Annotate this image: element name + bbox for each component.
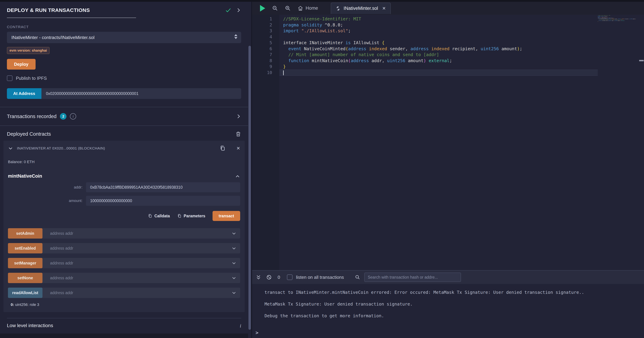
panel-scrollbar[interactable] bbox=[248, 2, 251, 338]
panel-scrollbar-handle[interactable] bbox=[248, 46, 251, 330]
transactions-recorded-row[interactable]: Transactions recorded 2 i bbox=[0, 107, 248, 126]
text-cursor bbox=[283, 70, 284, 75]
deploy-button[interactable]: Deploy bbox=[7, 59, 36, 70]
tab-home[interactable]: Home bbox=[298, 6, 318, 11]
function-button-setAdmin[interactable]: setAdmin bbox=[8, 228, 42, 238]
remove-instance-icon[interactable]: ✕ bbox=[236, 146, 240, 151]
remix-workspace: DEPLOY & RUN TRANSACTIONS CONTRACT INati… bbox=[0, 2, 644, 338]
line-number: 10 bbox=[252, 70, 279, 76]
function-row-readAllowList: readAllowListaddress addr bbox=[8, 288, 240, 298]
function-args-input-readAllowList[interactable]: address addr bbox=[42, 288, 232, 298]
terminal-prompt[interactable]: > bbox=[256, 330, 258, 336]
line-number: 8 bbox=[252, 58, 279, 64]
function-button-setEnabled[interactable]: setEnabled bbox=[8, 243, 42, 254]
terminal-collapse-icon[interactable] bbox=[256, 275, 261, 280]
publish-ipfs-checkbox[interactable] bbox=[7, 76, 12, 81]
copy-icon bbox=[177, 214, 182, 218]
tab-inativeminter[interactable]: INativeMinter.sol ✕ bbox=[331, 2, 391, 14]
chevron-down-icon[interactable] bbox=[232, 276, 236, 280]
code-line-5[interactable]: interface INativeMinter is IAllowList { bbox=[279, 40, 598, 46]
at-address-button[interactable]: At Address bbox=[7, 88, 42, 99]
transact-button[interactable]: transact bbox=[212, 211, 240, 221]
code-line-9[interactable]: } bbox=[279, 64, 598, 70]
line-number: 7 bbox=[252, 52, 279, 58]
collapse-panel-chevron-icon[interactable] bbox=[236, 8, 241, 13]
close-tab-icon[interactable]: ✕ bbox=[382, 6, 386, 11]
compile-success-check-icon bbox=[225, 7, 232, 14]
line-number: 2 bbox=[252, 22, 279, 28]
transactions-count-badge: 2 bbox=[60, 113, 66, 120]
function-button-setNone[interactable]: setNone bbox=[8, 273, 42, 283]
scroll-position-marker[interactable] bbox=[639, 60, 644, 61]
function-row-setEnabled: setEnabledaddress addr bbox=[8, 243, 240, 254]
terminal: 0 listen on all transactions transact to… bbox=[252, 270, 644, 338]
code-line-7[interactable]: // Mint [amount] number of native coins … bbox=[279, 52, 598, 58]
function-row-setManager: setManageraddress addr bbox=[8, 258, 240, 268]
clear-terminal-icon[interactable] bbox=[266, 274, 272, 280]
code-line-1[interactable]: //SPDX-License-Identifier: MIT bbox=[279, 16, 598, 22]
code-line-2[interactable]: pragma solidity ^0.8.0; bbox=[279, 22, 598, 28]
at-address-input[interactable]: 0x02000000000000000000000000000000000000… bbox=[42, 88, 241, 99]
run-script-play-icon[interactable] bbox=[260, 5, 265, 12]
panel-title: DEPLOY & RUN TRANSACTIONS bbox=[7, 7, 90, 13]
line-number: 6 bbox=[252, 46, 279, 52]
select-arrows-icon bbox=[234, 34, 238, 39]
listen-all-transactions-checkbox[interactable] bbox=[287, 274, 292, 280]
param-label: amount: bbox=[8, 198, 86, 203]
code-line-10[interactable] bbox=[279, 70, 598, 76]
code-area[interactable]: //SPDX-License-Identifier: MITpragma sol… bbox=[279, 15, 598, 270]
calldata-copy-button[interactable]: Calldata bbox=[148, 214, 170, 218]
collapse-function-chevron-icon[interactable] bbox=[235, 174, 240, 179]
code-editor[interactable]: 12345678910 //SPDX-License-Identifier: M… bbox=[252, 15, 644, 270]
expanded-function-name: mintNativeCoin bbox=[8, 174, 42, 179]
code-line-4[interactable] bbox=[279, 34, 598, 40]
terminal-log-line: MetaMask Tx Signature: User denied trans… bbox=[264, 302, 637, 306]
chevron-down-icon[interactable] bbox=[232, 231, 236, 236]
contract-function-list: setAdminaddress addrsetEnabledaddress ad… bbox=[8, 228, 240, 298]
minimap[interactable]: //SPDX-License-Identifier: MITpragma sol… bbox=[598, 15, 639, 270]
parameters-copy-button[interactable]: Parameters bbox=[177, 214, 205, 218]
overview-ruler[interactable] bbox=[639, 15, 644, 270]
line-number-gutter: 12345678910 bbox=[252, 15, 279, 270]
transactions-recorded-label: Transactions recorded bbox=[7, 114, 56, 119]
zoom-out-icon[interactable] bbox=[272, 5, 278, 11]
panel-bottom-strip bbox=[0, 334, 248, 338]
function-row-setAdmin: setAdminaddress addr bbox=[8, 228, 240, 238]
contract-label: CONTRACT bbox=[7, 25, 241, 29]
terminal-output[interactable]: transact to INativeMinter.mintNativeCoin… bbox=[252, 284, 644, 338]
code-line-6[interactable]: event NativeCoinMinted(address indexed s… bbox=[279, 46, 598, 52]
param-row-amount: amount: 1000000000000000000 bbox=[8, 196, 240, 206]
function-args-input-setEnabled[interactable]: address addr bbox=[42, 243, 232, 254]
trash-icon[interactable] bbox=[235, 131, 241, 137]
code-line-8[interactable]: function mintNativeCoin(address addr, ui… bbox=[279, 58, 598, 64]
instance-collapse-chevron-icon[interactable] bbox=[8, 146, 13, 151]
chevron-down-icon[interactable] bbox=[232, 290, 236, 295]
function-args-input-setNone[interactable]: address addr bbox=[42, 273, 232, 283]
listen-all-transactions-label: listen on all transactions bbox=[296, 275, 344, 280]
deployed-contract-instance: INATIVEMINTER AT 0X020...00001 (BLOCKCHA… bbox=[4, 141, 245, 312]
copy-address-icon[interactable] bbox=[220, 145, 226, 152]
publish-ipfs-label: Publish to IPFS bbox=[16, 76, 47, 81]
deployed-contracts-title: Deployed Contracts bbox=[7, 131, 51, 137]
line-number: 1 bbox=[252, 16, 279, 22]
param-addr-input[interactable]: 0xB78cbAa319ffBD899951AA30D4320f58189383… bbox=[86, 182, 240, 192]
param-row-addr: addr: 0xB78cbAa319ffBD899951AA30D4320f58… bbox=[8, 182, 240, 192]
function-row-setNone: setNoneaddress addr bbox=[8, 273, 240, 283]
function-args-input-setManager[interactable]: address addr bbox=[42, 258, 232, 268]
chevron-down-icon[interactable] bbox=[232, 246, 236, 251]
code-line-3[interactable]: import "./IAllowList.sol"; bbox=[279, 28, 598, 34]
contract-select[interactable]: INativeMinter - contracts/INativeMinter.… bbox=[7, 32, 241, 43]
function-button-readAllowList[interactable]: readAllowList bbox=[8, 288, 42, 298]
terminal-log-line: Debug the transaction to get more inform… bbox=[264, 313, 637, 318]
terminal-search-input[interactable] bbox=[364, 272, 461, 282]
terminal-log-line: transact to INativeMinter.mintNativeCoin… bbox=[264, 290, 637, 295]
zoom-in-icon[interactable] bbox=[285, 5, 291, 11]
function-button-setManager[interactable]: setManager bbox=[8, 258, 42, 268]
function-args-input-setAdmin[interactable]: address addr bbox=[42, 228, 232, 238]
panel-header: DEPLOY & RUN TRANSACTIONS bbox=[0, 2, 248, 14]
param-amount-input[interactable]: 1000000000000000000 bbox=[86, 196, 240, 206]
expand-transactions-chevron-icon[interactable] bbox=[236, 114, 241, 119]
deploy-run-panel: DEPLOY & RUN TRANSACTIONS CONTRACT INati… bbox=[0, 2, 248, 338]
chevron-down-icon[interactable] bbox=[232, 261, 236, 266]
param-label: addr: bbox=[8, 185, 86, 190]
